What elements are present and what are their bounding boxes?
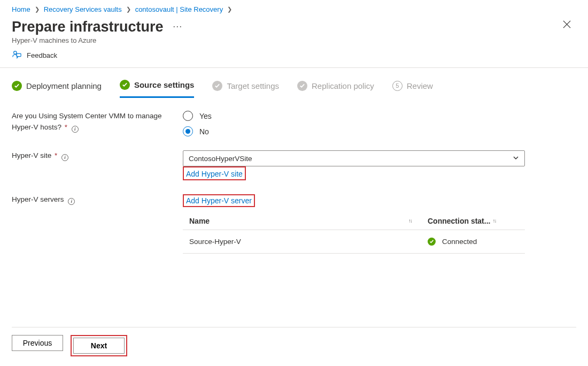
breadcrumb-home[interactable]: Home [12, 5, 30, 13]
feedback-icon [12, 50, 21, 61]
hyperv-site-dropdown[interactable]: ContosoHyperVSite [183, 150, 525, 166]
radio-icon [183, 126, 193, 136]
check-circle-icon [428, 238, 436, 246]
servers-label: Hyper-V servers i [12, 194, 75, 205]
site-label: Hyper-V site * i [12, 150, 68, 162]
close-icon [563, 20, 571, 28]
column-name[interactable]: Name ↑↓ [189, 217, 428, 225]
info-icon[interactable]: i [72, 126, 79, 133]
step-label: Deployment planning [26, 81, 102, 90]
step-source-settings[interactable]: Source settings [120, 80, 195, 98]
radio-no-label: No [199, 127, 209, 136]
step-label: Source settings [134, 80, 195, 89]
svg-rect-1 [17, 54, 21, 56]
form-area: Are you Using System Center VMM to manag… [0, 101, 588, 254]
step-target-settings[interactable]: Target settings [212, 81, 279, 97]
highlight-next: Next [71, 335, 127, 356]
radio-yes[interactable]: Yes [183, 111, 525, 121]
vmm-question-label: Are you Using System Center VMM to manag… [12, 111, 183, 133]
breadcrumb-contosovault[interactable]: contosovault | Site Recovery [135, 5, 223, 13]
servers-table: Name ↑↓ Connection stat... ↑↓ Source-Hyp… [183, 214, 525, 254]
radio-no[interactable]: No [183, 126, 525, 136]
step-label: Replication policy [312, 81, 374, 90]
feedback-bar[interactable]: Feedback [0, 44, 588, 68]
step-review[interactable]: 5 Review [392, 81, 433, 97]
wizard-steps: Deployment planning Source settings Targ… [0, 68, 588, 101]
step-deployment-planning[interactable]: Deployment planning [12, 81, 102, 97]
field-hyperv-servers: Hyper-V servers i Add Hyper-V server Nam… [12, 194, 576, 254]
check-circle-icon [297, 81, 307, 91]
breadcrumb: Home ❯ Recovery Services vaults ❯ contos… [0, 0, 588, 19]
step-label: Target settings [227, 81, 279, 90]
more-actions-icon[interactable]: ··· [173, 21, 182, 32]
column-connection-status[interactable]: Connection stat... ↑↓ [428, 217, 519, 225]
table-header: Name ↑↓ Connection stat... ↑↓ [183, 214, 525, 230]
step-replication-policy[interactable]: Replication policy [297, 81, 374, 97]
cell-connection-status: Connected [428, 238, 519, 246]
feedback-label: Feedback [27, 51, 57, 59]
highlight-add-server: Add Hyper-V server [183, 194, 255, 207]
info-icon[interactable]: i [68, 198, 75, 205]
step-number-icon: 5 [392, 81, 403, 91]
chevron-right-icon: ❯ [227, 6, 232, 13]
highlight-add-site: Add Hyper-V site [183, 166, 246, 180]
info-icon[interactable]: i [61, 154, 68, 161]
page-header: Prepare infrastructure ··· Hyper-V machi… [0, 19, 588, 44]
check-circle-icon [12, 81, 22, 91]
footer-separator [12, 327, 576, 327]
wizard-footer: Previous Next [12, 335, 127, 356]
chevron-right-icon: ❯ [35, 6, 40, 13]
chevron-down-icon [513, 155, 519, 163]
close-button[interactable] [557, 14, 576, 34]
check-circle-icon [212, 81, 222, 91]
chevron-right-icon: ❯ [126, 6, 131, 13]
check-circle-icon [120, 80, 130, 90]
svg-point-0 [14, 51, 17, 54]
breadcrumb-vaults[interactable]: Recovery Services vaults [44, 5, 122, 13]
radio-yes-label: Yes [199, 112, 212, 120]
previous-button[interactable]: Previous [12, 335, 63, 351]
radio-icon [183, 111, 193, 121]
table-row[interactable]: Source-Hyper-V Connected [183, 230, 525, 254]
cell-server-name: Source-Hyper-V [189, 238, 428, 246]
add-hyperv-server-link[interactable]: Add Hyper-V server [186, 196, 252, 205]
step-label: Review [407, 81, 433, 90]
vmm-radio-group: Yes No [183, 111, 525, 136]
dropdown-value: ContosoHyperVSite [189, 155, 252, 163]
page-title: Prepare infrastructure [12, 19, 164, 35]
field-hyperv-site: Hyper-V site * i ContosoHyperVSite Add H… [12, 150, 576, 180]
next-button[interactable]: Next [73, 338, 125, 354]
add-hyperv-site-link[interactable]: Add Hyper-V site [186, 170, 243, 178]
page-subtitle: Hyper-V machines to Azure [12, 36, 576, 44]
field-vmm-question: Are you Using System Center VMM to manag… [12, 111, 576, 136]
